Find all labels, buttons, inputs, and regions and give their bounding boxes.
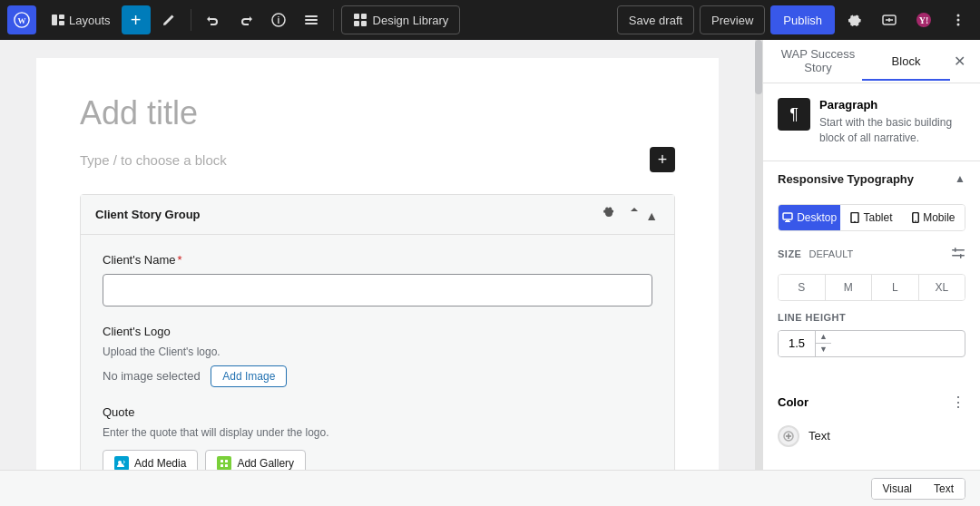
design-library-button[interactable]: Design Library [341,5,461,34]
responsive-typography-section: Responsive Typography ▲ Desktop Tablet [763,161,980,383]
main-toolbar: W Layouts + i Design Library Save draft … [0,0,980,40]
visual-text-tabs: Visual Text [871,478,965,500]
svg-rect-26 [225,464,228,467]
group-block-actions: ▲ [600,204,660,225]
client-logo-field: Client's Logo Upload the Client's logo. … [103,325,652,387]
typography-section-content: Desktop Tablet Mobile SIZE DEFAULT [763,197,980,383]
group-block-title: Client Story Group [95,208,201,221]
layouts-button[interactable]: Layouts [44,5,118,34]
group-block-content: Client's Name* Client's Logo Upload the … [81,235,674,470]
media-buttons-row: Add Media Add Gallery [103,450,652,470]
size-l-button[interactable]: L [872,275,919,300]
group-collapse-button[interactable]: ▲ [625,204,660,225]
editor-area: Add title Type / to choose a block + Cli… [0,40,755,470]
undo-button[interactable] [199,5,228,34]
client-story-group-block: Client Story Group ▲ [80,194,675,470]
typography-section-header[interactable]: Responsive Typography ▲ [763,161,980,197]
redo-button[interactable] [231,5,260,34]
main-area: Add title Type / to choose a block + Cli… [0,40,980,470]
svg-rect-34 [952,249,965,251]
tab-block[interactable]: Block [862,44,950,81]
add-media-icon [114,456,129,470]
wp-logo-button[interactable]: W [7,5,36,34]
toolbar-separator-1 [191,9,191,31]
line-height-input-wrap[interactable]: ▲ ▼ [778,330,965,357]
add-media-button[interactable]: Add Media [103,450,198,470]
line-height-label: LINE HEIGHT [778,312,965,323]
color-more-button[interactable]: ⋮ [951,394,965,411]
yoast-button[interactable]: Y! [909,5,938,34]
block-placeholder-row: Type / to choose a block + [80,147,675,172]
color-text-item: Text [763,422,980,458]
info-button[interactable]: i [264,5,293,34]
bottom-bar: Visual Text [0,470,980,506]
block-placeholder-text: Type / to choose a block [80,152,227,168]
block-details: Paragraph Start with the basic building … [819,98,965,146]
size-s-button[interactable]: S [779,275,826,300]
device-tab-mobile[interactable]: Mobile [903,205,965,230]
svg-rect-8 [305,19,318,21]
keyboard-shortcut-button[interactable] [875,5,904,34]
toolbar-separator-2 [333,9,334,31]
size-default-label: DEFAULT [808,248,853,259]
block-info-section: ¶ Paragraph Start with the basic buildin… [763,83,980,161]
editor-scrollbar[interactable] [755,40,762,470]
client-name-field: Client's Name* [103,253,652,307]
quote-field: Quote Enter the quote that will display … [103,405,652,470]
line-height-increment-button[interactable]: ▲ [816,331,831,345]
svg-rect-11 [361,14,367,19]
line-height-spinners: ▲ ▼ [815,331,831,356]
right-panel: WAP Success Story Block ✕ ¶ Paragraph St… [762,40,980,470]
add-image-button[interactable]: Add Image [211,365,287,387]
device-tab-tablet[interactable]: Tablet [840,205,902,230]
svg-rect-9 [305,23,318,24]
text-color-swatch[interactable] [778,425,799,447]
panel-tabs: WAP Success Story Block ✕ [763,40,980,83]
required-asterisk: * [178,253,182,267]
add-gallery-button[interactable]: Add Gallery [205,450,306,470]
list-view-button[interactable] [297,5,326,34]
svg-rect-23 [220,460,223,462]
svg-text:Y!: Y! [919,15,929,25]
visual-tab-button[interactable]: Visual [872,479,923,499]
color-section-title: Color [778,395,808,409]
client-name-input[interactable] [103,274,652,307]
svg-rect-37 [960,254,962,258]
svg-rect-24 [225,460,228,462]
add-block-toolbar-button[interactable]: + [122,5,151,34]
line-height-row: LINE HEIGHT ▲ ▼ [778,312,965,357]
preview-button[interactable]: Preview [700,5,765,34]
svg-rect-36 [955,248,956,252]
text-tab-button[interactable]: Text [923,479,965,499]
add-block-inline-button[interactable]: + [650,147,675,172]
svg-text:i: i [277,15,279,25]
publish-button[interactable]: Publish [770,5,835,34]
svg-point-33 [915,220,916,222]
svg-rect-3 [59,15,64,19]
svg-text:W: W [18,16,26,25]
group-settings-button[interactable] [600,204,618,225]
size-m-button[interactable]: M [826,275,873,300]
block-description: Start with the basic building block of a… [819,115,965,146]
save-draft-button[interactable]: Save draft [617,5,694,34]
settings-button[interactable] [840,5,869,34]
svg-rect-2 [52,15,57,25]
post-title-placeholder[interactable]: Add title [80,94,675,132]
line-height-decrement-button[interactable]: ▼ [816,344,831,356]
more-options-button[interactable] [944,5,973,34]
size-settings-icon[interactable] [951,246,965,263]
color-section: Color ⋮ Text [763,383,980,458]
line-height-input[interactable] [779,331,815,356]
svg-rect-25 [220,464,223,467]
scrollbar-thumb[interactable] [755,40,762,94]
tab-wap-success-story[interactable]: WAP Success Story [774,40,862,87]
color-section-header: Color ⋮ [763,383,980,422]
device-tab-desktop[interactable]: Desktop [779,205,840,230]
device-tabs: Desktop Tablet Mobile [778,204,965,231]
svg-rect-35 [952,255,965,257]
edit-tool-button[interactable] [154,5,183,34]
add-gallery-icon [217,456,231,470]
size-xl-button[interactable]: XL [919,275,965,300]
svg-rect-4 [59,21,64,25]
panel-close-button[interactable]: ✕ [950,49,969,73]
